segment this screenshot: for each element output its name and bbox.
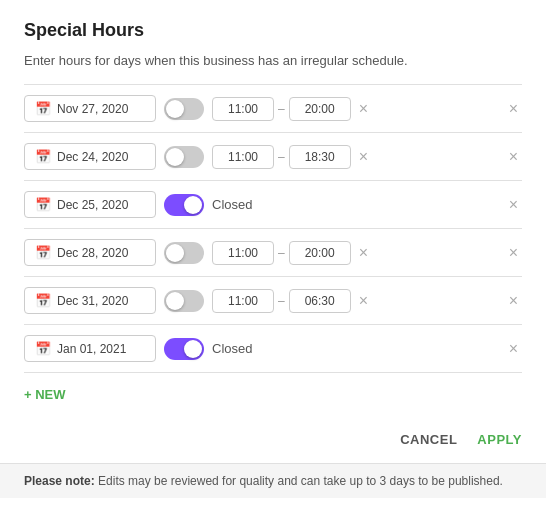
time-range: –× (212, 145, 497, 169)
table-row: 📅Dec 24, 2020–×× (24, 133, 522, 181)
date-label: Dec 28, 2020 (57, 246, 128, 260)
table-row: 📅Nov 27, 2020–×× (24, 85, 522, 133)
table-row: 📅Dec 28, 2020–×× (24, 229, 522, 277)
remove-row-button[interactable]: × (505, 101, 522, 117)
time-range: –× (212, 241, 497, 265)
date-field[interactable]: 📅Dec 31, 2020 (24, 287, 156, 314)
table-row: 📅Dec 25, 2020Closed× (24, 181, 522, 229)
dash-separator: – (278, 102, 285, 116)
note-bar: Please note: Edits may be reviewed for q… (0, 463, 546, 498)
clear-time-button[interactable]: × (355, 101, 372, 117)
special-hours-card: Special Hours Enter hours for days when … (0, 0, 546, 463)
remove-row-button[interactable]: × (505, 293, 522, 309)
apply-button[interactable]: APPLY (477, 432, 522, 447)
date-field[interactable]: 📅Jan 01, 2021 (24, 335, 156, 362)
dash-separator: – (278, 246, 285, 260)
date-field[interactable]: 📅Dec 25, 2020 (24, 191, 156, 218)
note-text: Edits may be reviewed for quality and ca… (95, 474, 503, 488)
calendar-icon: 📅 (35, 197, 51, 212)
date-label: Nov 27, 2020 (57, 102, 128, 116)
closed-toggle[interactable] (164, 290, 204, 312)
table-row: 📅Dec 31, 2020–×× (24, 277, 522, 325)
remove-row-button[interactable]: × (505, 197, 522, 213)
date-field[interactable]: 📅Dec 28, 2020 (24, 239, 156, 266)
cancel-button[interactable]: CANCEL (400, 432, 457, 447)
closed-label: Closed (212, 197, 497, 212)
start-time-input[interactable] (212, 241, 274, 265)
footer-actions: CANCEL APPLY (24, 416, 522, 463)
end-time-input[interactable] (289, 241, 351, 265)
date-field[interactable]: 📅Nov 27, 2020 (24, 95, 156, 122)
closed-toggle[interactable] (164, 98, 204, 120)
calendar-icon: 📅 (35, 293, 51, 308)
calendar-icon: 📅 (35, 341, 51, 356)
closed-toggle[interactable] (164, 194, 204, 216)
note-bold: Please note: (24, 474, 95, 488)
remove-row-button[interactable]: × (505, 341, 522, 357)
start-time-input[interactable] (212, 289, 274, 313)
closed-toggle[interactable] (164, 146, 204, 168)
date-label: Dec 24, 2020 (57, 150, 128, 164)
time-range: –× (212, 289, 497, 313)
date-label: Dec 25, 2020 (57, 198, 128, 212)
closed-toggle[interactable] (164, 338, 204, 360)
remove-row-button[interactable]: × (505, 149, 522, 165)
clear-time-button[interactable]: × (355, 293, 372, 309)
page-title: Special Hours (24, 20, 522, 41)
closed-label: Closed (212, 341, 497, 356)
end-time-input[interactable] (289, 97, 351, 121)
hours-rows: 📅Nov 27, 2020–××📅Dec 24, 2020–××📅Dec 25,… (24, 84, 522, 373)
calendar-icon: 📅 (35, 245, 51, 260)
clear-time-button[interactable]: × (355, 149, 372, 165)
calendar-icon: 📅 (35, 101, 51, 116)
start-time-input[interactable] (212, 145, 274, 169)
closed-toggle[interactable] (164, 242, 204, 264)
new-button[interactable]: + NEW (24, 387, 66, 402)
dash-separator: – (278, 294, 285, 308)
table-row: 📅Jan 01, 2021Closed× (24, 325, 522, 373)
start-time-input[interactable] (212, 97, 274, 121)
clear-time-button[interactable]: × (355, 245, 372, 261)
end-time-input[interactable] (289, 289, 351, 313)
end-time-input[interactable] (289, 145, 351, 169)
subtitle-text: Enter hours for days when this business … (24, 53, 522, 68)
date-field[interactable]: 📅Dec 24, 2020 (24, 143, 156, 170)
dash-separator: – (278, 150, 285, 164)
time-range: –× (212, 97, 497, 121)
date-label: Jan 01, 2021 (57, 342, 126, 356)
calendar-icon: 📅 (35, 149, 51, 164)
date-label: Dec 31, 2020 (57, 294, 128, 308)
remove-row-button[interactable]: × (505, 245, 522, 261)
